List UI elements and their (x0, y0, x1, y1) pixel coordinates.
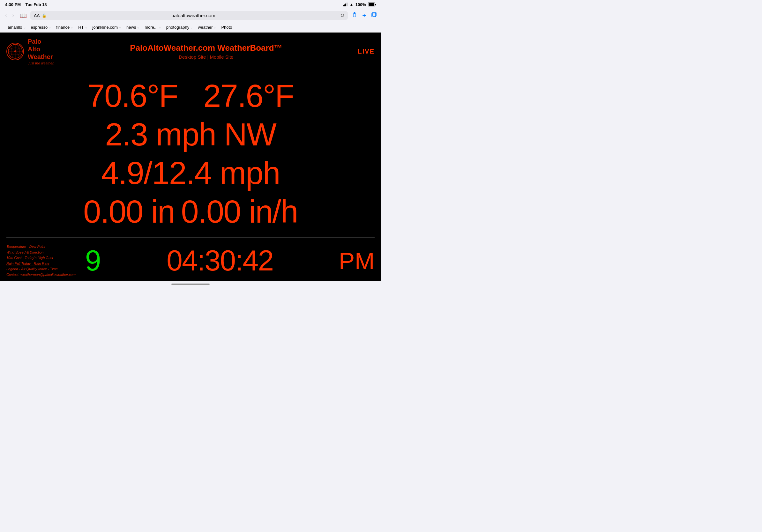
bookmark-more[interactable]: more... ⌄ (142, 24, 163, 30)
status-date: Tue Feb 18 (26, 2, 47, 7)
aqi-display: 9 (85, 244, 101, 277)
clock-display: 04:30:42 (108, 244, 333, 277)
bookmark-label: HT (78, 25, 84, 30)
chevron-down-icon: ⌄ (85, 26, 87, 29)
lock-icon: 🔒 (42, 13, 46, 18)
chevron-down-icon: ⌄ (119, 26, 121, 29)
logo-text-block: Palo Alto Weather Just the weather. (28, 37, 54, 65)
bookmark-photo[interactable]: Photo (219, 24, 235, 30)
legend-text: Temperature - Dew Point Wind Speed & Dir… (6, 244, 76, 278)
wind-display: 2.3 mph NW (105, 118, 276, 151)
logo-name: Palo Alto Weather (28, 37, 54, 61)
rain-rate-display: 0.00 in/h (181, 195, 298, 229)
scroll-bar (171, 284, 210, 285)
chevron-down-icon: ⌄ (159, 26, 161, 29)
bookmark-amarillo[interactable]: amarillo ⌄ (5, 24, 29, 30)
temperature-dewpoint-row: 70.6°F 27.6°F (6, 77, 375, 115)
bookmark-weather[interactable]: weather ⌄ (195, 24, 219, 30)
browser-toolbar: ‹ › 📖 AA 🔒 paloaltoweather.com ↻ + (0, 9, 381, 22)
bookmark-label: more... (145, 25, 157, 30)
logo-tagline: Just the weather. (28, 61, 54, 65)
bookmark-news[interactable]: news ⌄ (124, 24, 142, 30)
status-bar: 4:30 PM Tue Feb 18 ▲ 100% (0, 0, 381, 9)
legend-line-1: Temperature - Dew Point (6, 244, 76, 250)
chevron-down-icon: ⌄ (190, 26, 193, 29)
bookmark-johnkline[interactable]: johnkline.com ⌄ (90, 24, 124, 30)
desktop-site-link[interactable]: Desktop Site (179, 54, 206, 60)
signal-icon (343, 3, 347, 6)
legend-line-5: Legend - Air Quality Index - Time (6, 266, 76, 272)
bookmark-label: finance (56, 25, 70, 30)
url-display[interactable]: paloaltoweather.com (48, 13, 338, 18)
site-main-title: PaloAltoWeather.com WeatherBoard™ (54, 43, 358, 53)
nav-buttons: ‹ › (4, 12, 15, 20)
wifi-icon: ▲ (349, 2, 353, 7)
bookmark-label: johnkline.com (93, 25, 118, 30)
reload-button[interactable]: ↻ (340, 13, 344, 19)
site-subtitle: Desktop Site | Mobile Site (54, 54, 358, 60)
live-badge: LIVE (358, 48, 375, 55)
dew-point-display: 27.6°F (203, 79, 294, 112)
logo-circle (6, 43, 24, 60)
bookmark-photography[interactable]: photography ⌄ (164, 24, 195, 30)
rain-fall-display: 0.00 in (83, 195, 175, 229)
mobile-site-link[interactable]: Mobile Site (210, 54, 234, 60)
share-button[interactable] (351, 12, 358, 20)
bookmark-label: news (126, 25, 136, 30)
bookmark-label: amarillo (8, 25, 22, 30)
bookmark-finance[interactable]: finance ⌄ (54, 24, 76, 30)
status-time: 4:30 PM (5, 2, 21, 7)
clock-area: 04:30:42 PM (108, 244, 375, 277)
bookmarks-button[interactable]: 📖 (20, 12, 27, 19)
legend-line-2: Wind Speed & Direction (6, 250, 76, 255)
status-icons: ▲ 100% (343, 2, 376, 7)
browser-actions: + (351, 12, 377, 20)
site-title-center: PaloAltoWeather.com WeatherBoard™ Deskto… (54, 43, 358, 60)
address-bar[interactable]: AA 🔒 paloaltoweather.com ↻ (30, 11, 348, 20)
scroll-indicator (0, 281, 381, 287)
bookmark-label: photography (166, 25, 189, 30)
add-tab-button[interactable]: + (362, 12, 366, 20)
svg-rect-0 (353, 14, 356, 17)
legend-line-4: Rain Fall Today - Rain Rate (6, 261, 76, 267)
wind-row: 2.3 mph NW (6, 115, 375, 154)
battery-percent: 100% (355, 2, 366, 7)
bookmarks-bar: amarillo ⌄ espresso ⌄ finance ⌄ HT ⌄ joh… (0, 22, 381, 33)
legend-line-3: 10m Gust - Today's High Gust (6, 255, 76, 261)
battery-icon (368, 3, 376, 6)
gust-display: 4.9/12.4 mph (101, 156, 280, 190)
chevron-down-icon: ⌄ (23, 26, 26, 29)
legend-line-6: Contact: weatherman@paloaltoweather.com (6, 272, 76, 278)
bookmark-ht[interactable]: HT ⌄ (76, 24, 90, 30)
back-button[interactable]: ‹ (4, 12, 8, 20)
temperature-display: 70.6°F (87, 79, 178, 112)
weather-data: 70.6°F 27.6°F 2.3 mph NW 4.9/12.4 mph 0.… (0, 70, 381, 234)
status-time-date: 4:30 PM Tue Feb 18 (5, 2, 47, 7)
chevron-down-icon: ⌄ (70, 26, 73, 29)
tabs-button[interactable] (371, 12, 377, 20)
bookmark-label: weather (198, 25, 212, 30)
site-header: Palo Alto Weather Just the weather. Palo… (0, 33, 381, 70)
bookmark-espresso[interactable]: espresso ⌄ (29, 24, 54, 30)
logo-area: Palo Alto Weather Just the weather. (6, 37, 54, 65)
ampm-display: PM (339, 247, 375, 275)
weather-website: Palo Alto Weather Just the weather. Palo… (0, 33, 381, 281)
bookmark-label: espresso (31, 25, 48, 30)
chevron-down-icon: ⌄ (137, 26, 139, 29)
section-divider (6, 237, 375, 237)
chevron-down-icon: ⌄ (48, 26, 51, 29)
chevron-down-icon: ⌄ (213, 26, 216, 29)
forward-button[interactable]: › (11, 12, 15, 20)
bookmark-label: Photo (221, 25, 232, 30)
rain-row: 0.00 in 0.00 in/h (6, 192, 375, 231)
footer-row: Temperature - Dew Point Wind Speed & Dir… (0, 241, 381, 281)
gust-row: 4.9/12.4 mph (6, 154, 375, 192)
font-size-control[interactable]: AA (34, 13, 40, 18)
